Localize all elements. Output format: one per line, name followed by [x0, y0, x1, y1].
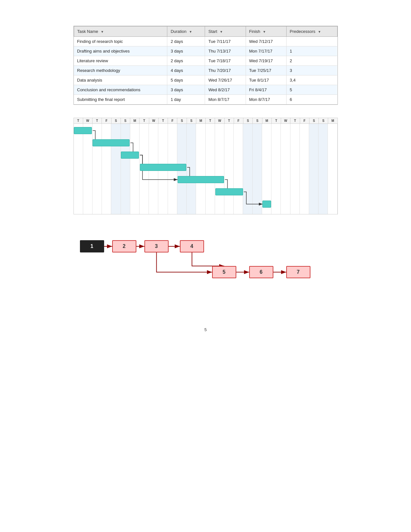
cell-start: Wed 8/2/17 — [205, 85, 246, 95]
cell-task: Literature review — [74, 56, 167, 66]
gantt-col-25 — [309, 124, 318, 214]
cell-task: Conclusion and recommendations — [74, 85, 167, 95]
cell-finish: Tue 8/1/17 — [246, 75, 286, 85]
table-row: Literature review2 daysTue 7/18/17Wed 7/… — [74, 56, 337, 66]
gantt-day-0: T — [74, 118, 83, 123]
col-duration: Duration ▼ — [167, 26, 205, 37]
gantt-day-1: W — [83, 118, 93, 123]
cell-finish: Tue 7/25/17 — [246, 66, 286, 75]
gantt-day-25: S — [309, 118, 319, 123]
network-diagram: 1234567 — [73, 231, 338, 295]
gantt-day-24: F — [300, 118, 309, 123]
table-row: Drafting aims and objectives3 daysThu 7/… — [74, 46, 337, 56]
cell-task: Research methodology — [74, 66, 167, 75]
gantt-bar-2 — [93, 139, 130, 146]
gantt-day-7: T — [140, 118, 149, 123]
gantt-col-22 — [281, 124, 290, 214]
cell-predecessors: 3 — [286, 66, 337, 75]
gantt-day-12: S — [187, 118, 196, 123]
gantt-col-4 — [111, 124, 121, 214]
cell-finish: Mon 8/7/17 — [246, 95, 286, 104]
gantt-day-5: S — [121, 118, 130, 123]
gantt-col-3 — [102, 124, 111, 214]
cell-start: Tue 7/11/17 — [205, 37, 246, 46]
gantt-day-11: S — [177, 118, 187, 123]
gantt-day-22: W — [281, 118, 290, 123]
gantt-day-8: W — [149, 118, 159, 123]
cell-duration: 3 days — [167, 46, 205, 56]
cell-start: Thu 7/13/17 — [205, 46, 246, 56]
gantt-col-13 — [196, 124, 205, 214]
cell-predecessors — [286, 37, 337, 46]
gantt-bar-5 — [178, 176, 224, 183]
gantt-col-1 — [83, 124, 93, 214]
col-taskname: Task Name ▼ — [74, 26, 167, 37]
gantt-col-0 — [74, 124, 83, 214]
gantt-col-15 — [215, 124, 224, 214]
gantt-day-17: F — [234, 118, 243, 123]
cell-task: Finding of research topic — [74, 37, 167, 46]
gantt-day-9: T — [159, 118, 168, 123]
gantt-bar-4 — [140, 164, 186, 171]
table-row: Submitting the final report1 dayMon 8/7/… — [74, 95, 337, 104]
gantt-col-18 — [243, 124, 252, 214]
gantt-day-3: F — [102, 118, 111, 123]
gantt-col-5 — [121, 124, 130, 214]
cell-predecessors: 6 — [286, 95, 337, 104]
gantt-col-23 — [290, 124, 300, 214]
gantt-day-16: T — [225, 118, 234, 123]
cell-task: Data analysis — [74, 75, 167, 85]
table-row: Conclusion and recommendations3 daysWed … — [74, 85, 337, 95]
gantt-day-21: T — [272, 118, 281, 123]
net-node-2: 2 — [112, 240, 136, 252]
gantt-bar-3 — [121, 152, 139, 159]
net-node-7: 7 — [286, 266, 310, 278]
gantt-col-6 — [130, 124, 140, 214]
gantt-day-26: S — [319, 118, 328, 123]
project-table: Task Name ▼ Duration ▼ Start ▼ Finish ▼ … — [73, 26, 338, 105]
cell-duration: 1 day — [167, 95, 205, 104]
col-start: Start ▼ — [205, 26, 246, 37]
gantt-chart: TWTFSSMTWTFSSMTWTFSSMTWTFSSM — [73, 118, 338, 214]
page-number: 5 — [204, 327, 207, 332]
gantt-day-18: S — [243, 118, 253, 123]
gantt-day-15: W — [215, 118, 224, 123]
cell-finish: Mon 7/17/17 — [246, 46, 286, 56]
cell-task: Submitting the final report — [74, 95, 167, 104]
cell-task: Drafting aims and objectives — [74, 46, 167, 56]
gantt-bar-6 — [215, 188, 243, 195]
gantt-day-4: S — [112, 118, 121, 123]
gantt-day-20: M — [262, 118, 272, 123]
gantt-col-14 — [206, 124, 215, 214]
net-node-1: 1 — [80, 240, 104, 252]
cell-predecessors: 3,4 — [286, 75, 337, 85]
gantt-col-19 — [253, 124, 262, 214]
gantt-col-12 — [187, 124, 196, 214]
gantt-day-13: M — [196, 118, 206, 123]
cell-duration: 2 days — [167, 37, 205, 46]
gantt-day-2: T — [93, 118, 102, 123]
gantt-col-24 — [300, 124, 309, 214]
cell-start: Wed 7/26/17 — [205, 75, 246, 85]
cell-duration: 3 days — [167, 85, 205, 95]
gantt-col-27 — [328, 124, 337, 214]
gantt-col-2 — [93, 124, 102, 214]
net-node-4: 4 — [180, 240, 204, 252]
gantt-day-10: F — [168, 118, 177, 123]
cell-duration: 2 days — [167, 56, 205, 66]
gantt-bar-7 — [262, 201, 271, 208]
cell-finish: Wed 7/12/17 — [246, 37, 286, 46]
col-finish: Finish ▼ — [246, 26, 286, 37]
cell-predecessors: 2 — [286, 56, 337, 66]
table-row: Finding of research topic2 daysTue 7/11/… — [74, 37, 337, 46]
table-row: Research methodology4 daysThu 7/20/17Tue… — [74, 66, 337, 75]
cell-finish: Fri 8/4/17 — [246, 85, 286, 95]
gantt-col-26 — [318, 124, 328, 214]
gantt-day-27: M — [328, 118, 337, 123]
gantt-body — [74, 124, 338, 214]
gantt-col-16 — [224, 124, 234, 214]
table-row: Data analysis5 daysWed 7/26/17Tue 8/1/17… — [74, 75, 337, 85]
net-node-6: 6 — [249, 266, 273, 278]
gantt-col-17 — [234, 124, 243, 214]
cell-predecessors: 1 — [286, 46, 337, 56]
